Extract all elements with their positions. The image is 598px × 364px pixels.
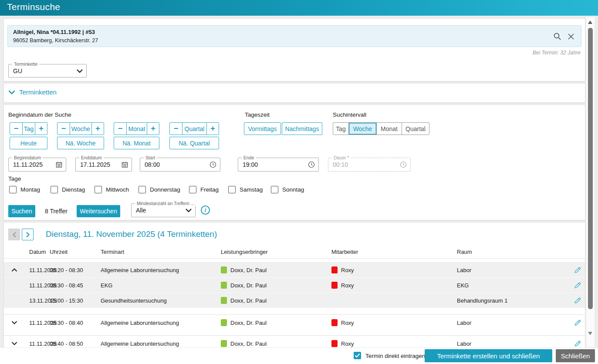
edit-pencil-icon[interactable] [574, 340, 581, 347]
row-uhrzeit: 08:20 - 08:30 [50, 266, 83, 273]
day-checkbox-samstag[interactable]: Samstag [228, 186, 263, 193]
previous-day-button[interactable] [8, 229, 20, 240]
row-raum: Behandlungsraum 1 [457, 297, 507, 303]
start-time-field[interactable]: Start 08:00 [140, 158, 220, 172]
age-at-appointment-note: Bei Termin: 32 Jahre [533, 50, 581, 56]
search-icon[interactable] [553, 32, 562, 41]
calendar-icon[interactable] [56, 162, 62, 168]
schliessen-button[interactable]: Schließen [556, 349, 595, 362]
employee-color-chip [331, 319, 338, 326]
clock-icon [400, 161, 407, 168]
create-terminkette-button[interactable]: Terminkette erstellen und schließen [425, 349, 552, 362]
dauer-label: Dauer * [332, 155, 351, 160]
appointment-row[interactable]: 11.11.2025 08:30 - 08:40 Allgemeine Labo… [4, 314, 585, 330]
patient-address: 96052 Bamberg, Kirschäckerstr. 27 [13, 37, 98, 44]
patient-info-box[interactable]: Allnigel, Nina *04.11.1992 | #53 96052 B… [7, 25, 581, 47]
results-card: Dienstag, 11. November 2025 (4 Terminket… [3, 222, 585, 364]
appointment-row[interactable]: 11.11.2025 08:30 - 08:45 EKG Doxx, Dr. P… [4, 277, 585, 293]
terminkette-select[interactable]: Terminkette GU [8, 64, 87, 78]
monat-minus-button[interactable]: − [114, 123, 126, 135]
provider-color-chip [221, 340, 227, 347]
day-label: Dienstag [62, 186, 85, 193]
end-time-field[interactable]: Ende 19:00 [238, 158, 319, 172]
chevron-right-icon [26, 232, 30, 238]
woche-plus-button[interactable]: + [91, 123, 104, 135]
scroll-down-arrow[interactable] [588, 332, 592, 335]
scroll-up-arrow[interactable] [588, 20, 592, 24]
tag-plus-button[interactable]: + [35, 123, 47, 135]
column-header-uhrzeit: Uhrzeit [50, 249, 68, 255]
enddatum-field[interactable]: Enddatum 17.11.2025 [75, 158, 132, 172]
suchintervall-quartal[interactable]: Quartal [402, 123, 429, 135]
checkbox-unchecked[interactable] [51, 186, 58, 193]
begin-date-group-label: Beginndatum der Suche [8, 111, 71, 118]
edit-pencil-icon[interactable] [574, 319, 581, 327]
row-mitarbeiter: Roxy [341, 282, 354, 288]
mindestanzahl-value: Alle [136, 207, 146, 214]
suchen-button[interactable]: Suchen [8, 205, 35, 217]
terminketten-section-toggle[interactable]: Terminketten [8, 88, 57, 96]
naechste-woche-button[interactable]: Nä. Woche [57, 137, 104, 149]
monat-plus-button[interactable]: + [147, 123, 159, 135]
appointment-row[interactable]: 11.11.2025 08:20 - 08:30 Allgemeine Labo… [4, 262, 585, 277]
checkbox-unchecked[interactable] [228, 186, 236, 193]
clock-icon[interactable] [209, 161, 216, 168]
row-terminart: Allgemeine Laboruntersuchung [101, 320, 179, 326]
day-checkbox-dienstag[interactable]: Dienstag [51, 186, 85, 193]
stepper-quartal-label[interactable]: Quartal [182, 123, 206, 135]
tage-label: Tage [8, 175, 21, 182]
chevron-up-icon[interactable] [11, 268, 17, 272]
day-checkbox-montag[interactable]: Montag [9, 186, 40, 193]
appointment-row[interactable]: 13.11.2025 15:00 - 15:30 Gesundheitsunte… [4, 293, 585, 308]
chevron-down-icon[interactable] [11, 341, 17, 346]
nachmittags-button[interactable]: Nachmittags [282, 122, 322, 135]
dauer-value: 00:10 [333, 161, 348, 168]
stepper-tag-label[interactable]: Tag [22, 123, 35, 135]
terminkette-select-value: GU [13, 67, 22, 74]
next-day-button[interactable] [22, 229, 34, 240]
tag-minus-button[interactable]: − [10, 123, 22, 135]
naechstes-quartal-button[interactable]: Nä. Quartal [169, 137, 219, 149]
close-icon[interactable] [567, 32, 576, 41]
day-checkbox-donnerstag[interactable]: Donnerstag [139, 186, 180, 193]
stepper-monat-label[interactable]: Monat [126, 123, 147, 135]
stepper-woche-label[interactable]: Woche [70, 123, 91, 135]
vertical-scrollbar[interactable] [586, 17, 595, 347]
checkbox-unchecked[interactable] [189, 186, 196, 193]
employee-color-chip [331, 340, 338, 347]
clock-icon[interactable] [308, 161, 315, 168]
naechster-monat-button[interactable]: Nä. Monat [114, 137, 159, 149]
day-checkbox-sonntag[interactable]: Sonntag [271, 186, 304, 193]
mindestanzahl-select[interactable]: Mindestanzahl an Treffern ... Alle [131, 203, 196, 217]
woche-minus-button[interactable]: − [57, 123, 70, 135]
beginndatum-field[interactable]: Beginndatum 11.11.2025 [8, 158, 66, 172]
checkbox-unchecked[interactable] [271, 186, 278, 193]
day-label: Samstag [240, 186, 263, 193]
column-header-mitarbeiter: Mitarbeiter [331, 249, 358, 255]
row-terminart: Allgemeine Laboruntersuchung [101, 340, 179, 347]
edit-pencil-icon[interactable] [574, 297, 581, 304]
quartal-minus-button[interactable]: − [170, 123, 182, 135]
weitersuchen-button[interactable]: Weitersuchen [77, 205, 120, 217]
quartal-plus-button[interactable]: + [206, 123, 219, 135]
edit-pencil-icon[interactable] [574, 281, 581, 289]
row-leistungserbringer: Doxx, Dr. Paul [230, 297, 267, 303]
edit-pencil-icon[interactable] [574, 266, 581, 274]
vormittags-button[interactable]: Vormittags [244, 122, 281, 135]
chevron-down-icon[interactable] [11, 320, 17, 325]
suchintervall-monat[interactable]: Monat [376, 123, 402, 135]
direct-entry-checkbox[interactable] [354, 352, 361, 359]
chevron-down-icon [186, 209, 192, 212]
info-icon[interactable]: i [201, 206, 210, 215]
checkbox-unchecked[interactable] [95, 186, 102, 193]
provider-color-chip [221, 282, 227, 289]
suchintervall-tag[interactable]: Tag [333, 123, 348, 135]
day-checkbox-mittwoch[interactable]: Mittwoch [95, 186, 129, 193]
checkbox-unchecked[interactable] [139, 186, 146, 193]
suchintervall-woche[interactable]: Woche [348, 123, 376, 135]
scrollbar-thumb[interactable] [588, 28, 593, 309]
checkbox-unchecked[interactable] [9, 186, 17, 193]
day-checkbox-freitag[interactable]: Freitag [189, 186, 219, 193]
calendar-icon[interactable] [122, 162, 128, 168]
heute-button[interactable]: Heute [10, 137, 47, 149]
